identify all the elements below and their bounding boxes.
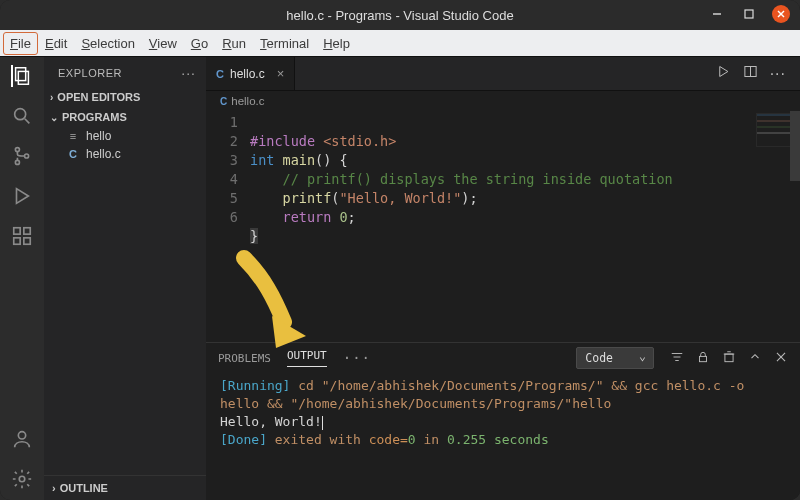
svg-point-10 <box>25 154 29 158</box>
svg-rect-14 <box>24 238 30 244</box>
c-file-icon: C <box>216 68 224 80</box>
svg-rect-25 <box>725 354 733 362</box>
tab-label: hello.c <box>230 67 265 81</box>
minimize-button[interactable] <box>708 5 726 23</box>
run-file-icon[interactable] <box>716 64 731 83</box>
svg-point-16 <box>18 432 25 439</box>
panel-tab-output[interactable]: OUTPUT <box>287 349 327 367</box>
breadcrumb-label: hello.c <box>231 95 264 107</box>
explorer-icon[interactable] <box>11 65 33 87</box>
source-control-icon[interactable] <box>11 145 33 167</box>
output-channel-select[interactable]: Code <box>576 347 654 369</box>
svg-rect-5 <box>18 71 28 84</box>
bottom-panel: PROBLEMS OUTPUT ··· Code [Running] cd "/… <box>206 342 800 500</box>
lock-scroll-icon[interactable] <box>696 350 710 367</box>
file-item-hello-c[interactable]: C hello.c <box>44 145 206 163</box>
close-panel-icon[interactable] <box>774 350 788 367</box>
svg-point-6 <box>15 109 26 120</box>
activity-bar <box>0 57 44 500</box>
menu-edit[interactable]: Edit <box>39 33 73 54</box>
explorer-more-icon[interactable]: ··· <box>181 65 196 81</box>
close-window-button[interactable] <box>772 5 790 23</box>
settings-gear-icon[interactable] <box>11 468 33 490</box>
c-file-icon: C <box>66 148 80 160</box>
menubar: File Edit Selection View Go Run Terminal… <box>0 30 800 56</box>
outline-section[interactable]: › OUTLINE <box>44 475 206 500</box>
chevron-right-icon: › <box>52 482 56 494</box>
file-label: hello <box>86 129 111 143</box>
clear-output-icon[interactable] <box>722 350 736 367</box>
editor-tabs: C hello.c × ··· <box>206 57 800 91</box>
run-debug-icon[interactable] <box>11 185 33 207</box>
split-editor-icon[interactable] <box>743 64 758 83</box>
svg-line-7 <box>25 119 30 124</box>
panel-more-tabs-icon[interactable]: ··· <box>343 350 371 366</box>
explorer-sidebar: EXPLORER ··· › OPEN EDITORS ⌄ PROGRAMS ≡… <box>44 57 206 500</box>
menu-file[interactable]: File <box>4 33 37 54</box>
search-icon[interactable] <box>11 105 33 127</box>
menu-help[interactable]: Help <box>317 33 356 54</box>
tab-hello-c[interactable]: C hello.c × <box>206 57 295 90</box>
svg-rect-13 <box>14 238 20 244</box>
svg-rect-15 <box>24 228 30 234</box>
menu-view[interactable]: View <box>143 33 183 54</box>
c-file-icon: C <box>220 96 227 107</box>
menu-go[interactable]: Go <box>185 33 214 54</box>
code-editor[interactable]: 1 2 3 4 5 6 #include <stdio.h> int main(… <box>206 111 800 342</box>
filter-icon[interactable] <box>670 350 684 367</box>
svg-point-17 <box>19 476 25 482</box>
menu-run[interactable]: Run <box>216 33 252 54</box>
account-icon[interactable] <box>11 428 33 450</box>
file-item-hello[interactable]: ≡ hello <box>44 127 206 145</box>
extensions-icon[interactable] <box>11 225 33 247</box>
titlebar: hello.c - Programs - Visual Studio Code <box>0 0 800 30</box>
maximize-button[interactable] <box>740 5 758 23</box>
svg-point-8 <box>15 148 19 152</box>
folder-section[interactable]: ⌄ PROGRAMS <box>44 107 206 127</box>
breadcrumb[interactable]: C hello.c <box>206 91 800 111</box>
file-label: hello.c <box>86 147 121 161</box>
editor-scrollbar[interactable] <box>790 111 800 342</box>
chevron-right-icon: › <box>50 92 53 103</box>
line-numbers: 1 2 3 4 5 6 <box>206 113 250 342</box>
explorer-title: EXPLORER <box>58 67 122 79</box>
maximize-panel-icon[interactable] <box>748 350 762 367</box>
code-content[interactable]: #include <stdio.h> int main() { // print… <box>250 113 673 342</box>
menu-selection[interactable]: Selection <box>75 33 140 54</box>
editor-more-icon[interactable]: ··· <box>770 65 786 83</box>
svg-rect-4 <box>16 68 26 81</box>
svg-rect-24 <box>700 356 707 361</box>
svg-marker-11 <box>17 189 29 204</box>
output-content[interactable]: [Running] cd "/home/abhishek/Documents/P… <box>206 373 800 453</box>
svg-rect-1 <box>745 10 753 18</box>
editor-group: C hello.c × ··· C hello.c 1 2 3 <box>206 57 800 500</box>
open-editors-section[interactable]: › OPEN EDITORS <box>44 87 206 107</box>
svg-point-9 <box>15 160 19 164</box>
close-tab-icon[interactable]: × <box>277 66 285 81</box>
chevron-down-icon: ⌄ <box>50 112 58 123</box>
panel-tab-problems[interactable]: PROBLEMS <box>218 352 271 365</box>
window-title: hello.c - Programs - Visual Studio Code <box>286 8 513 23</box>
menu-terminal[interactable]: Terminal <box>254 33 315 54</box>
binary-file-icon: ≡ <box>66 130 80 142</box>
svg-rect-12 <box>14 228 20 234</box>
svg-marker-18 <box>719 67 727 77</box>
